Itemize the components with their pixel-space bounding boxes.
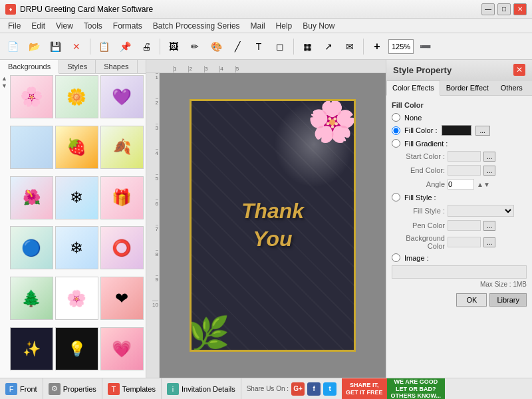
library-button[interactable]: Library [489,293,527,307]
start-color-browse[interactable]: ... [483,152,495,162]
tab-border-effect[interactable]: Border Effect [440,80,495,95]
close-style-button[interactable]: ✕ [513,64,525,76]
start-color-input[interactable] [448,151,481,162]
front-label: Front [20,385,37,393]
tab-color-effects[interactable]: Color Effects [386,80,440,96]
menu-item-mail[interactable]: Mail [245,20,271,32]
bg-color-input[interactable] [448,237,481,247]
zoom-level[interactable]: 125% [388,39,414,54]
menu-item-tools[interactable]: Tools [78,20,108,32]
toolbar-line[interactable]: ╱ [227,37,247,57]
tab-backgrounds[interactable]: Backgrounds [0,60,59,74]
angle-stepper[interactable]: ▲▼ [477,181,490,188]
menu-item-file[interactable]: File [3,20,26,32]
toolbar-paste[interactable]: 📌 [115,37,135,57]
toolbar-image[interactable]: 🖼 [164,37,184,57]
pen-color-browse[interactable]: ... [483,221,495,231]
ruler-v-mark: 6 [156,200,158,225]
invitation-details-button[interactable]: i Invitation Details [162,378,241,399]
menu-item-edit[interactable]: Edit [26,20,51,32]
menu-item-formats[interactable]: Formats [108,20,148,32]
pen-color-input[interactable] [448,220,481,231]
menu-item-batch-processing-series[interactable]: Batch Processing Series [148,20,245,32]
share-section: Share Us On : G+ f t [241,378,342,399]
toolbar-print[interactable]: 🖨 [136,37,156,57]
thumbnail-16[interactable]: 💡 [55,327,98,370]
thumbnail-3[interactable] [10,126,53,169]
thumbnail-6[interactable]: 🌺 [10,176,53,219]
fill-color-swatch[interactable] [442,125,471,136]
thumbnail-1[interactable]: 🌼 [55,75,98,118]
fill-style-select[interactable] [448,205,514,217]
share-ad-banner[interactable]: SHARE IT, GET IT FREE [342,378,387,399]
scroll-down-button[interactable]: ▼ [1,82,7,89]
end-color-browse[interactable]: ... [483,166,495,176]
thumbnail-8[interactable]: 🎁 [100,176,144,219]
good-bad-banner[interactable]: WE ARE GOOD LET OR BAD? OTHERS KNOW... [387,378,446,399]
fill-gradient-radio[interactable] [392,139,400,148]
minimize-button[interactable]: — [481,3,495,15]
image-path-input[interactable] [392,265,527,279]
canvas-inner[interactable]: Thank You [160,73,386,378]
image-radio[interactable] [392,253,400,262]
toolbar-barcode[interactable]: ▦ [297,37,317,57]
thumbnail-13[interactable]: 🌸 [55,277,98,320]
zoom-in-button[interactable]: + [367,37,387,57]
facebook-button[interactable]: f [307,382,321,396]
toolbar-text[interactable]: T [249,37,269,57]
tab-others[interactable]: Others [495,80,529,95]
thumbnail-grid: 🌸🌼💜🍓🍂🌺❄🎁🔵❄⭕🌲🌸❤✨💡💗 [9,74,146,378]
toolbar-shape[interactable]: ◻ [270,37,290,57]
front-button[interactable]: F Front [0,378,43,399]
toolbar-save[interactable]: 💾 [45,37,65,57]
tab-styles[interactable]: Styles [59,60,96,73]
thumbnail-4[interactable]: 🍓 [55,126,98,169]
toolbar-color[interactable]: 🎨 [206,37,226,57]
thumbnail-7[interactable]: ❄ [55,176,98,219]
fill-style-radio[interactable] [392,193,400,201]
end-color-input[interactable] [448,165,481,176]
toolbar-sep3 [293,39,294,55]
toolbar-export[interactable]: ↗ [319,37,338,57]
menu-item-help[interactable]: Help [271,20,298,32]
zoom-out-button[interactable]: ➖ [415,37,435,57]
twitter-button[interactable]: t [323,382,336,396]
fill-none-radio[interactable] [392,113,400,122]
thumbnail-14[interactable]: ❤ [100,277,144,320]
tab-shapes[interactable]: Shapes [96,60,137,73]
thumbnail-11[interactable]: ⭕ [100,226,144,269]
menu-bar: FileEditViewToolsFormatsBatch Processing… [0,19,532,33]
toolbar-delete[interactable]: ✕ [66,37,86,57]
thumbnail-2[interactable]: 💜 [100,75,144,118]
fill-color-radio[interactable] [392,126,400,135]
thumbnail-15[interactable]: ✨ [10,327,53,370]
angle-row: Angle ▲▼ [392,179,527,190]
fill-style-row: Fill Style : [392,193,527,201]
fill-style-label: Fill Style : [404,194,436,201]
toolbar-open[interactable]: 📂 [24,37,44,57]
thumbnail-17[interactable]: 💗 [100,327,144,370]
scroll-up-button[interactable]: ▲ [1,75,7,82]
thumbnail-5[interactable]: 🍂 [100,126,144,169]
fill-color-browse[interactable]: ... [475,126,490,136]
thumbnail-0[interactable]: 🌸 [10,75,53,118]
angle-input[interactable] [448,179,474,190]
toolbar-copy[interactable]: 📋 [94,37,114,57]
menu-item-buy-now[interactable]: Buy Now [297,20,340,32]
thumbnail-9[interactable]: 🔵 [10,226,53,269]
maximize-button[interactable]: □ [497,3,511,15]
templates-button[interactable]: T Templates [102,378,162,399]
toolbar-new[interactable]: 📄 [3,37,23,57]
thumbnail-12[interactable]: 🌲 [10,277,53,320]
google-plus-button[interactable]: G+ [291,382,305,396]
toolbar-draw[interactable]: ✏ [185,37,205,57]
properties-button[interactable]: ⚙ Properties [43,378,102,399]
toolbar-mail[interactable]: ✉ [340,37,360,57]
bg-color-browse[interactable]: ... [483,237,495,247]
thumbnail-10[interactable]: ❄ [55,226,98,269]
menu-item-view[interactable]: View [51,20,78,32]
style-content: Fill Color None Fill Color : ... Fill Gr… [386,96,532,378]
ok-button[interactable]: OK [456,293,487,307]
front-icon: F [5,383,17,395]
close-button[interactable]: ✕ [513,3,527,15]
